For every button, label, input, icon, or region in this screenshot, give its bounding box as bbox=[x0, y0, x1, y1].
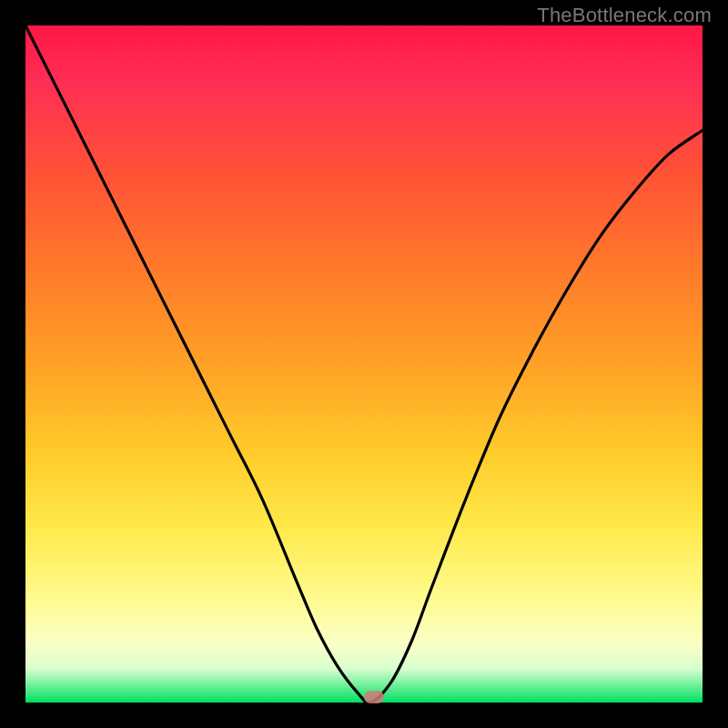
watermark-text: TheBottleneck.com bbox=[537, 4, 712, 27]
chart-frame: TheBottleneck.com bbox=[0, 0, 728, 728]
optimum-marker bbox=[364, 691, 384, 703]
bottleneck-curve bbox=[25, 25, 703, 703]
plot-area bbox=[25, 25, 703, 703]
